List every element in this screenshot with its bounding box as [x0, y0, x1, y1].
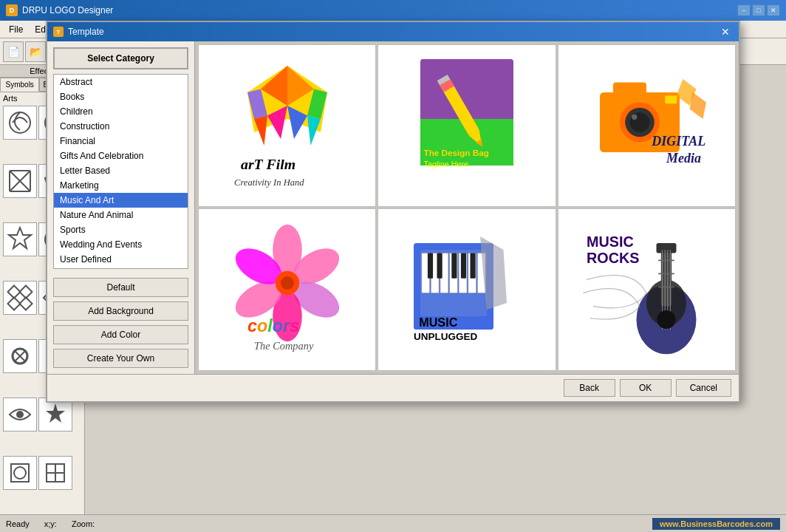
window-controls: – □ ✕	[737, 4, 780, 16]
template-musicrocks[interactable]: MUSIC ROCKS	[558, 208, 736, 371]
status-ready: Ready	[6, 519, 30, 528]
template-colors[interactable]: colors The Company	[198, 208, 376, 371]
dialog-overlay: T Template ✕ Select Category Abstract Bo…	[0, 21, 786, 514]
app-icon: D	[6, 4, 18, 16]
add-background-button[interactable]: Add Background	[53, 301, 188, 321]
svg-rect-88	[659, 273, 675, 275]
category-wedding[interactable]: Wedding And Events	[54, 237, 188, 252]
dialog-title-text: Template	[68, 27, 718, 37]
category-books[interactable]: Books	[54, 89, 188, 104]
svg-text:The Company: The Company	[254, 340, 314, 352]
template-dialog: T Template ✕ Select Category Abstract Bo…	[46, 21, 740, 403]
category-marketing[interactable]: Marketing	[54, 178, 188, 193]
svg-rect-89	[659, 287, 675, 288]
template-artfilm[interactable]: arT Film Creativity In Hand	[198, 44, 376, 207]
svg-text:The Design Bag: The Design Bag	[423, 148, 488, 157]
template-designbag[interactable]: The Design Bag Tagline Here	[377, 44, 556, 207]
svg-text:Creativity In Hand: Creativity In Hand	[234, 177, 304, 188]
svg-rect-72	[461, 253, 466, 279]
svg-point-57	[281, 276, 294, 290]
svg-rect-73	[470, 253, 475, 279]
category-letter[interactable]: Letter Based	[54, 163, 188, 178]
svg-rect-87	[659, 260, 675, 262]
svg-text:DIGITAL: DIGITAL	[652, 134, 706, 149]
category-financial[interactable]: Financial	[54, 134, 188, 149]
svg-rect-71	[451, 253, 457, 279]
action-buttons: Default Add Background Add Color Create …	[53, 278, 188, 368]
status-bar: Ready x;y: Zoom: www.BusinessBarcodes.co…	[0, 514, 786, 532]
svg-point-44	[632, 115, 638, 120]
svg-text:Tagline Here: Tagline Here	[423, 160, 468, 168]
create-your-own-button[interactable]: Create Your Own	[53, 349, 188, 368]
category-children[interactable]: Children	[54, 104, 188, 119]
category-sports[interactable]: Sports	[54, 222, 188, 237]
app-title: DRPU LOGO Designer	[22, 5, 737, 16]
svg-text:ROCKS: ROCKS	[587, 250, 639, 266]
template-musicunplugged[interactable]: MUSIC UNPLUGGED	[377, 208, 556, 371]
default-button[interactable]: Default	[53, 278, 188, 297]
add-color-button[interactable]: Add Color	[53, 325, 188, 344]
template-grid: arT Film Creativity In Hand	[195, 41, 739, 374]
svg-rect-69	[428, 253, 433, 279]
status-coords: x;y:	[44, 519, 57, 528]
dialog-footer: Back OK Cancel	[47, 374, 739, 401]
template-digitalmedia[interactable]: DIGITAL Media	[558, 44, 736, 207]
svg-text:UNPLUGGED: UNPLUGGED	[414, 331, 478, 342]
svg-text:MUSIC: MUSIC	[587, 233, 634, 250]
back-button[interactable]: Back	[564, 379, 615, 397]
category-user[interactable]: User Defined	[54, 252, 188, 267]
title-bar: D DRPU LOGO Designer – □ ✕	[0, 0, 786, 21]
svg-rect-70	[437, 253, 442, 279]
category-music[interactable]: Music And Art	[54, 193, 188, 208]
maximize-button[interactable]: □	[752, 4, 765, 16]
category-nature[interactable]: Nature And Animal	[54, 208, 188, 222]
svg-text:colors: colors	[247, 316, 299, 335]
category-construction[interactable]: Construction	[54, 119, 188, 134]
svg-rect-40	[613, 83, 646, 100]
minimize-button[interactable]: –	[737, 4, 751, 16]
svg-text:MUSIC: MUSIC	[419, 316, 457, 329]
dialog-icon: T	[53, 27, 64, 37]
close-button[interactable]: ✕	[767, 4, 780, 16]
svg-text:Media: Media	[666, 151, 701, 166]
status-zoom: Zoom:	[72, 519, 95, 528]
status-url: www.BusinessBarcodes.com	[652, 518, 780, 530]
cancel-button[interactable]: Cancel	[676, 379, 731, 397]
svg-text:arT Film: arT Film	[241, 156, 295, 172]
category-gifts[interactable]: Gifts And Celebration	[54, 149, 188, 163]
category-list: Abstract Books Children Construction Fin…	[53, 74, 188, 269]
svg-point-90	[657, 310, 676, 329]
svg-rect-82	[657, 243, 677, 253]
dialog-content: Select Category Abstract Books Children …	[47, 41, 739, 374]
category-abstract[interactable]: Abstract	[54, 75, 188, 89]
svg-rect-45	[666, 96, 677, 104]
ok-button[interactable]: OK	[620, 379, 671, 397]
select-category-button[interactable]: Select Category	[53, 47, 188, 69]
main-area: Effects Symbols Backgrou... Arts	[0, 65, 786, 514]
dialog-title-bar: T Template ✕	[47, 22, 739, 41]
dialog-close-button[interactable]: ✕	[718, 26, 733, 38]
category-panel: Select Category Abstract Books Children …	[47, 41, 195, 374]
